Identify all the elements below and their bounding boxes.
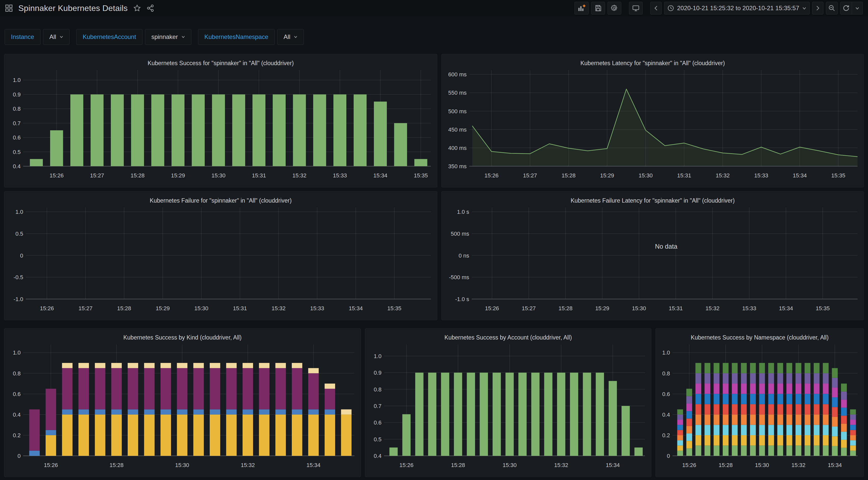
variable-instance: Instance All <box>5 29 69 45</box>
namespace-series-8 <box>750 363 756 373</box>
kind-series-purple <box>160 368 171 409</box>
variable-instance-label[interactable]: Instance <box>5 29 40 45</box>
svg-text:15:35: 15:35 <box>816 305 830 311</box>
time-range-picker[interactable]: 2020-10-21 15:25:32 to 2020-10-21 15:35:… <box>664 2 810 14</box>
kind-series-cream <box>226 363 237 368</box>
variable-kubernetes-account-label[interactable]: KubernetesAccount <box>76 29 142 45</box>
namespace-series-7 <box>723 373 728 384</box>
bar <box>414 159 427 166</box>
namespace-series-8 <box>768 363 774 373</box>
namespace-series-8 <box>786 363 792 373</box>
svg-text:15:35: 15:35 <box>831 172 845 179</box>
svg-text:15:28: 15:28 <box>719 462 733 468</box>
svg-text:15:31: 15:31 <box>669 305 683 311</box>
time-forward-button[interactable] <box>812 2 824 14</box>
bar <box>570 373 578 456</box>
namespace-series-5 <box>677 425 683 430</box>
bar <box>212 95 225 166</box>
kind-series-yellow <box>128 415 138 456</box>
bar <box>531 373 539 456</box>
svg-text:600 ms: 600 ms <box>448 71 467 78</box>
bar <box>111 95 124 166</box>
namespace-series-4 <box>750 404 756 415</box>
namespace-series-5 <box>850 425 856 430</box>
namespace-series-5 <box>750 394 756 404</box>
star-icon[interactable] <box>133 4 141 12</box>
dashboard-title[interactable]: Spinnaker Kubernetes Details <box>18 4 128 13</box>
svg-text:0.2: 0.2 <box>13 432 21 439</box>
namespace-series-5 <box>723 394 728 404</box>
bar <box>544 373 552 456</box>
svg-text:15:32: 15:32 <box>554 462 568 468</box>
kind-series-yellow <box>62 415 72 456</box>
namespace-series-5 <box>705 394 711 404</box>
namespace-series-8 <box>814 363 819 373</box>
dashboard-settings-button[interactable] <box>608 2 621 14</box>
bar <box>506 373 514 456</box>
namespace-series-8 <box>705 363 711 373</box>
svg-text:15:26: 15:26 <box>44 462 58 468</box>
svg-text:15:33: 15:33 <box>754 172 768 179</box>
variables-row: Instance All KubernetesAccount spinnaker… <box>0 28 868 46</box>
svg-text:15:30: 15:30 <box>632 305 646 311</box>
svg-text:15:35: 15:35 <box>388 305 401 311</box>
namespace-series-8 <box>805 363 810 373</box>
namespace-series-6 <box>686 404 692 411</box>
svg-text:0.6: 0.6 <box>662 391 670 397</box>
svg-text:15:28: 15:28 <box>130 172 145 179</box>
svg-text:0.6: 0.6 <box>13 391 21 397</box>
kind-series-purple <box>226 368 237 409</box>
kind-series-cream <box>210 363 220 368</box>
svg-text:15:30: 15:30 <box>502 462 517 468</box>
kind-series-cream <box>95 363 105 368</box>
namespace-series-1 <box>677 445 683 450</box>
namespace-series-5 <box>823 394 829 404</box>
namespace-series-5 <box>796 394 802 404</box>
variable-kubernetes-namespace-value[interactable]: All <box>277 29 304 45</box>
namespace-series-6 <box>768 383 774 394</box>
time-back-button[interactable] <box>650 2 661 14</box>
cycle-view-button[interactable] <box>629 2 643 14</box>
panel-success-by-kind: Kubernetes Success by Kind (clouddriver,… <box>4 328 361 477</box>
svg-text:15:28: 15:28 <box>117 305 131 311</box>
namespace-series-3 <box>768 415 774 425</box>
variable-instance-value[interactable]: All <box>43 29 70 45</box>
namespace-series-8 <box>850 410 856 415</box>
namespace-series-0 <box>741 445 747 456</box>
namespace-series-1 <box>759 435 765 446</box>
variable-kubernetes-namespace-label[interactable]: KubernetesNamespace <box>198 29 275 45</box>
kind-series-yellow <box>226 415 237 456</box>
kind-series-yellow <box>95 415 105 456</box>
kind-series-cream <box>308 368 318 373</box>
svg-text:15:32: 15:32 <box>292 172 306 179</box>
namespace-series-0 <box>832 446 838 456</box>
zoom-out-button[interactable] <box>826 2 838 14</box>
svg-text:15:26: 15:26 <box>399 462 413 468</box>
namespace-series-4 <box>759 404 765 415</box>
kind-series-cream <box>325 383 335 389</box>
namespace-series-6 <box>677 420 683 425</box>
namespace-series-5 <box>841 408 847 416</box>
kind-series-yellow <box>160 415 171 456</box>
bar <box>394 123 407 166</box>
variable-kubernetes-account-value[interactable]: spinnaker <box>145 29 191 45</box>
namespace-series-2 <box>695 425 701 435</box>
bar <box>30 159 43 166</box>
namespace-series-8 <box>759 363 765 373</box>
share-icon[interactable] <box>147 4 154 12</box>
namespace-series-1 <box>841 440 847 448</box>
namespace-series-4 <box>723 404 728 415</box>
refresh-button[interactable] <box>840 2 852 14</box>
namespace-series-5 <box>777 394 783 404</box>
namespace-series-1 <box>832 436 838 446</box>
namespace-series-7 <box>759 373 765 384</box>
svg-text:15:34: 15:34 <box>606 462 620 468</box>
add-panel-button[interactable] <box>575 2 589 14</box>
namespace-series-3 <box>732 415 738 425</box>
svg-text:350 ms: 350 ms <box>448 163 467 170</box>
namespace-series-6 <box>796 383 802 394</box>
refresh-interval-button[interactable] <box>852 2 863 14</box>
dashboard-grid-icon[interactable] <box>5 4 13 12</box>
save-dashboard-button[interactable] <box>591 2 605 14</box>
namespace-series-1 <box>714 435 719 446</box>
